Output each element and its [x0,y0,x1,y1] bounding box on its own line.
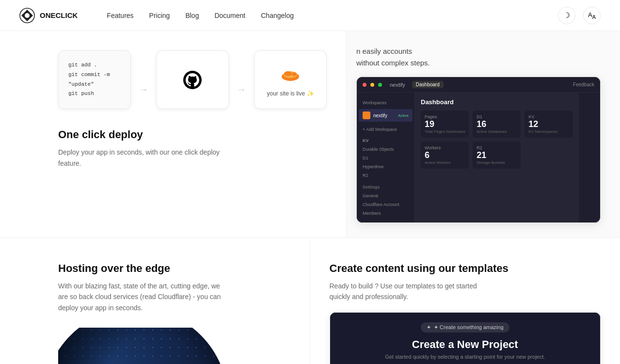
dash-main-title: Dashboard [421,98,573,106]
theme-toggle-button[interactable]: ☽ [558,7,575,24]
traffic-light-green [378,83,382,87]
workspace-icon [363,111,370,119]
hyperdrive-item[interactable]: Hyperdrive [357,162,414,171]
d1-value: 16 [477,119,517,129]
traffic-light-red [363,83,366,87]
accounts-line2: without complex steps. [356,59,430,67]
durable-objects-item[interactable]: Durable Objects [357,145,414,154]
stat-d1: D1 16 Active Databases [473,111,521,138]
r2-item[interactable]: R2 [357,171,414,180]
mid-section: Hosting over the edge With our blazing f… [0,237,620,364]
pages-value: 19 [425,119,465,129]
stat-workers: Workers 6 Active Workers [421,142,469,169]
tpl-header: ✦ ✦ Create something amazing Create a Ne… [330,313,601,364]
git-add-line: git add . [68,61,97,70]
deploy-desc: Deploy your app in seconds, with our one… [58,147,223,169]
cloudflare-icon [279,63,302,86]
templates-title: Create content using our templates [330,262,601,275]
nav-pricing[interactable]: Pricing [149,12,170,19]
nav-blog[interactable]: Blog [185,12,199,19]
deploy-section: git add . git commit -m "update" git pus… [0,31,346,237]
hosting-desc: With our blazing fast, state of the art,… [58,281,223,313]
translate-icon: AA [588,11,596,20]
nav-right: ☽ AA [558,7,601,24]
nav-links: Features Pricing Blog Document Changelog [107,12,294,19]
dash-workspace-label: Dashboard [412,81,444,88]
dash-body: Workspaces nextify Active + Add Workspac… [357,93,600,222]
kv-sub: KV Namespaces [528,129,569,134]
kv-value: 12 [528,119,569,129]
add-workspace-btn[interactable]: + Add Workspace [357,125,414,134]
r2-value: 21 [477,150,517,160]
stat-kv: KV 12 KV Namespaces [525,111,572,138]
dashboard-preview: nextify Dashboard Feedback Workspaces ne… [356,77,601,223]
settings-label: Settings [357,183,414,191]
pages-label: Pages [425,114,465,119]
code-step-card: git add . git commit -m "update" git pus… [58,50,131,109]
hosting-section: Hosting over the edge With our blazing f… [0,238,310,364]
workspace-name: nextify [373,113,387,118]
globe-container [58,328,290,364]
kv-sidebar-item[interactable]: KV [357,136,414,145]
live-step-card: your site is live ✨ [254,50,327,109]
workspace-item[interactable]: nextify Active [359,109,413,122]
stat-r2: R2 21 Storage Buckets [473,142,521,169]
traffic-light-yellow [370,83,374,87]
dashboard-inner: nextify Dashboard Feedback Workspaces ne… [357,77,600,222]
create-badge-text: ✦ Create something amazing [434,324,504,331]
live-text: your site is live ✨ [267,90,314,97]
project-title: Create a New Project [340,338,591,351]
globe-overlay [58,328,228,364]
nav-document[interactable]: Document [214,12,245,19]
dash-feedback: Feedback [573,82,594,87]
accounts-section: n easily accounts without complex steps.… [346,31,620,237]
members-item[interactable]: Members [357,209,414,218]
nav-changelog[interactable]: Changelog [261,12,294,19]
templates-section: Create content using our templates Ready… [310,238,620,364]
dash-header: nextify Dashboard Feedback [357,77,600,93]
d1-item[interactable]: D1 [357,154,414,162]
workers-label: Workers [425,145,465,150]
hosting-title: Hosting over the edge [58,262,290,275]
step-connector-2: → [237,50,246,109]
cloudflare-account-item[interactable]: Cloudflare Account [357,200,414,209]
translate-button[interactable]: AA [583,7,601,24]
dash-main-area: Dashboard Pages 19 Total Pages Dashboard… [415,93,579,222]
logo[interactable]: ONECLICK [19,8,78,23]
accounts-line1: n easily accounts [356,47,412,55]
workers-sub: Active Workers [425,160,465,165]
steps-row: git add . git commit -m "update" git pus… [58,50,327,109]
svg-point-5 [284,71,292,76]
step-connector-1: → [139,50,148,109]
templates-desc: Ready to build ? Use our templates to ge… [330,281,494,302]
dash-sidebar: Workspaces nextify Active + Add Workspac… [357,93,415,222]
navigation: ONECLICK Features Pricing Blog Document … [0,0,620,31]
github-icon [183,70,202,90]
moon-icon: ☽ [563,11,570,20]
accounts-text: n easily accounts without complex steps. [356,41,601,69]
page-wrapper: git add . git commit -m "update" git pus… [0,31,620,364]
stat-pages: Pages 19 Total Pages Dashboard [421,111,469,138]
workers-value: 6 [425,150,465,160]
nav-features[interactable]: Features [107,12,133,19]
top-section: git add . git commit -m "update" git pus… [0,31,620,237]
sparkle-icon: ✦ [427,324,431,331]
dash-app-name: nextify [390,82,405,88]
globe-visual [58,328,228,364]
workspaces-label: Workspaces [357,97,414,108]
github-step-card [156,50,229,109]
dash-stats-grid: Pages 19 Total Pages Dashboard D1 16 Act… [421,111,573,169]
git-commit-line: git commit -m "update" [68,70,121,90]
general-item[interactable]: General [357,191,414,200]
project-subtitle: Get started quickly by selecting a start… [340,354,591,360]
svg-point-6 [292,72,297,76]
d1-label: D1 [477,114,517,119]
pages-sub: Total Pages Dashboard [425,129,465,134]
workspace-badge: Active [398,113,409,118]
d1-sub: Active Databases [477,129,517,134]
r2-sub: Storage Buckets [477,160,517,165]
deploy-title: One click deploy [58,128,327,141]
create-badge: ✦ ✦ Create something amazing [421,322,509,332]
logo-text: ONECLICK [40,11,78,19]
git-push-line: git push [68,89,94,99]
